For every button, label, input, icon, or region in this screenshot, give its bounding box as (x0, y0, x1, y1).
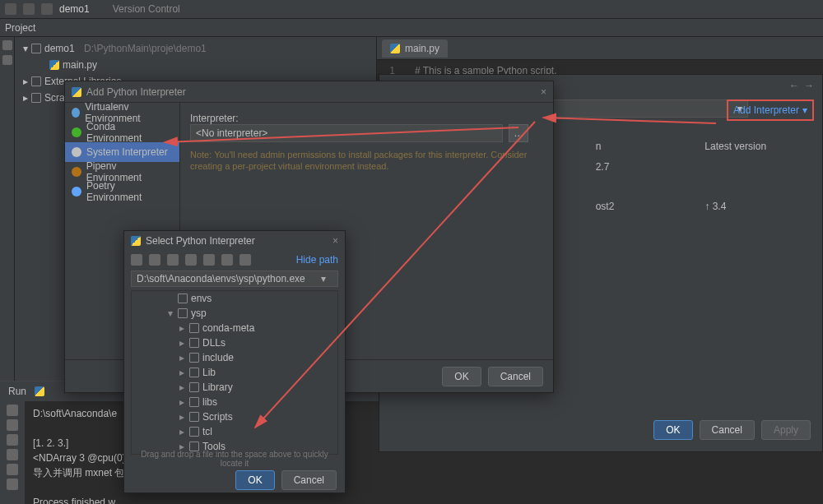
interpreter-type-conda-environment[interactable]: Conda Environment (65, 123, 179, 142)
python-icon (35, 386, 44, 396)
folder-node[interactable]: ▸Scripts (132, 409, 337, 424)
refresh-icon[interactable] (221, 254, 233, 266)
folder-node[interactable]: ▸DLLs (132, 335, 337, 350)
project-header: Project (0, 19, 823, 37)
cancel-button[interactable]: Cancel (488, 367, 543, 386)
folder-icon (31, 44, 41, 53)
folder-node[interactable]: ▾ysp (132, 306, 337, 321)
run-tool-icon[interactable] (7, 464, 18, 475)
lib-icon (31, 76, 41, 86)
folder-node[interactable]: ▸conda-meta (132, 321, 337, 335)
interpreter-field[interactable]: <No interpreter> (190, 124, 503, 142)
browse-button[interactable]: … (509, 124, 528, 142)
note-text: Note: You'll need admin permissions to i… (190, 149, 543, 172)
root-folder[interactable]: demo1 (44, 43, 75, 54)
close-icon[interactable]: × (541, 86, 546, 98)
rerun-icon[interactable] (7, 405, 18, 416)
scratch-icon (31, 93, 41, 103)
chevron-down-icon[interactable]: ▾ (310, 273, 337, 284)
file-toolbar: Hide path (124, 251, 345, 269)
folder-node[interactable]: ▸libs (132, 395, 337, 409)
vcs-tab[interactable]: Version Control (113, 3, 180, 15)
gutter-icon[interactable] (2, 40, 12, 50)
toolbar-icon[interactable] (41, 3, 53, 15)
interpreter-type-virtualenv-environment[interactable]: Virtualenv Environment (65, 103, 179, 123)
interpreter-type-system-interpreter[interactable]: System Interpreter (65, 142, 179, 162)
run-toolbar (0, 401, 25, 504)
ok-button[interactable]: OK (442, 367, 481, 386)
interpreter-type-poetry-environment[interactable]: Poetry Environment (65, 182, 179, 201)
interpreter-type-pipenv-environment[interactable]: Pipenv Environment (65, 162, 179, 182)
stop-icon[interactable] (7, 419, 18, 431)
select-interpreter-dialog: Select Python Interpreter × Hide path D:… (123, 230, 346, 493)
editor-tab-main[interactable]: main.py (382, 39, 448, 58)
run-label[interactable]: Run (8, 386, 26, 397)
python-icon (390, 44, 400, 53)
gutter-icon[interactable] (2, 55, 12, 65)
apply-button: Apply (761, 420, 811, 440)
desktop-icon[interactable] (149, 254, 160, 266)
root-path: D:\PythonMain\proje\demo1 (84, 43, 207, 54)
file-tree[interactable]: envs▾ysp▸conda-meta▸DLLs▸include▸Lib▸Lib… (131, 290, 338, 455)
add-interpreter-link[interactable]: Add Interpreter▾ (727, 99, 814, 121)
python-icon (49, 60, 59, 70)
cancel-button[interactable]: Cancel (700, 420, 755, 440)
python-icon (72, 87, 81, 97)
run-tool-icon[interactable] (7, 479, 18, 490)
hide-path-link[interactable]: Hide path (296, 254, 338, 266)
interpreter-label: Interpreter: (190, 113, 246, 124)
nav-back-icon[interactable]: ← (789, 80, 799, 91)
project-icon[interactable] (167, 254, 179, 266)
run-tool-icon[interactable] (7, 449, 18, 460)
path-field[interactable]: D:\soft\Anaconda\envs\ysp\python.exe▾ (131, 270, 338, 287)
dialog-title: Select Python Interpreter (146, 235, 255, 247)
close-icon[interactable]: × (332, 235, 338, 247)
drop-hint: Drag and drop a file into the space abov… (131, 450, 338, 468)
output-line: Process finished w (33, 495, 370, 504)
dialog-title: Add Python Interpreter (86, 86, 186, 98)
editor-tabs: main.py (377, 37, 823, 60)
app-icon (5, 3, 16, 15)
folder-node[interactable]: envs (132, 291, 337, 306)
file-main-py[interactable]: main.py (63, 59, 97, 71)
folder-node[interactable]: ▸include (132, 350, 337, 365)
project-label[interactable]: Project (5, 22, 35, 34)
ok-button[interactable]: OK (653, 420, 692, 440)
folder-node[interactable]: ▸Library (132, 380, 337, 395)
newfolder-icon[interactable] (185, 254, 197, 266)
show-hidden-icon[interactable] (239, 254, 251, 266)
nav-fwd-icon[interactable]: → (804, 80, 814, 91)
folder-node[interactable]: ▸Lib (132, 365, 337, 380)
project-name: demo1 (59, 3, 90, 15)
title-bar: demo1 Version Control (0, 0, 823, 19)
python-icon (131, 236, 141, 246)
ok-button[interactable]: OK (235, 470, 274, 490)
folder-node[interactable]: ▸tcl (132, 424, 337, 439)
home-icon[interactable] (131, 254, 142, 266)
cancel-button[interactable]: Cancel (281, 470, 337, 490)
run-tool-icon[interactable] (7, 434, 18, 446)
toolbar-icon[interactable] (23, 3, 35, 15)
delete-icon[interactable] (203, 254, 215, 266)
tab-label: main.py (405, 43, 439, 54)
